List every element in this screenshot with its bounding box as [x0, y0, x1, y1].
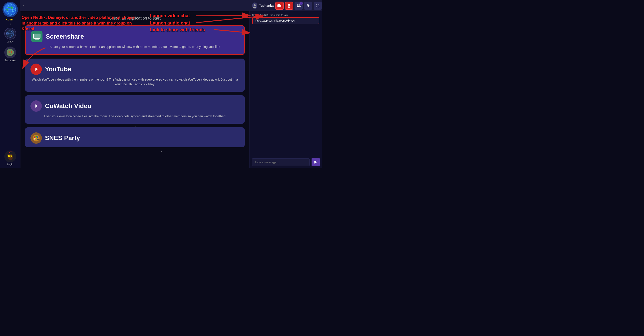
share-url-box[interactable]: https://app.kosmi.io/room/o1vkzc [252, 17, 319, 24]
sidebar-item-lobby[interactable]: Lobby [4, 28, 16, 43]
app-card-cowatch[interactable]: CoWatch Video Load your own local video … [25, 95, 245, 124]
svg-point-28 [297, 6, 299, 7]
screenshare-desc: Share your screen, a browser tab or an a… [31, 44, 238, 49]
login-avatar [4, 151, 16, 162]
svg-rect-23 [278, 4, 280, 7]
youtube-desc: Watch YouTube videos with the members of… [30, 77, 239, 87]
tuchanka-icon [4, 46, 16, 58]
svg-point-27 [297, 4, 298, 6]
main-content: Select an Application to start Screensha… [20, 11, 249, 168]
snes-header: SNES Party [30, 132, 239, 144]
app-card-screenshare[interactable]: Screenshare Share your screen, a browser… [25, 25, 245, 55]
youtube-title: YouTube [45, 66, 71, 73]
svg-point-30 [299, 6, 301, 7]
chat-input-area [250, 156, 322, 168]
app-card-snes[interactable]: SNES Party [25, 127, 245, 147]
svg-point-43 [36, 137, 37, 139]
logo-text: Kosmi [6, 18, 14, 21]
svg-point-19 [11, 156, 12, 156]
video-chat-button[interactable] [276, 1, 284, 10]
snes-title: SNES Party [45, 134, 80, 142]
sidebar-item-tuchanka-label: Tuchanka [5, 59, 16, 62]
settings-button[interactable] [304, 1, 312, 10]
screenshare-icon [31, 31, 42, 42]
lobby-icon [4, 28, 16, 39]
sidebar: Kosmi ‹ Lobby [0, 0, 20, 168]
svg-point-11 [6, 49, 14, 56]
svg-point-15 [8, 154, 13, 160]
right-panel-header: Tuchanka [250, 0, 322, 11]
svg-point-42 [37, 136, 38, 138]
chat-area [250, 26, 322, 156]
svg-rect-45 [34, 138, 35, 140]
username-label: Tuchanka [259, 4, 274, 7]
screenshare-header: Screenshare [31, 31, 238, 42]
login-label: Login [7, 163, 13, 166]
fullscreen-button[interactable] [314, 1, 322, 10]
svg-point-21 [254, 4, 256, 6]
svg-point-29 [299, 4, 300, 6]
user-avatar [252, 2, 257, 9]
svg-point-47 [38, 139, 39, 140]
screenshare-title: Screenshare [46, 33, 84, 40]
svg-marker-38 [36, 104, 38, 108]
svg-rect-33 [34, 34, 40, 38]
logo[interactable] [2, 2, 18, 17]
cowatch-desc: Load your own local video files into the… [30, 114, 239, 119]
select-app-title: Select an Application to start [25, 16, 245, 21]
audio-chat-button[interactable] [285, 1, 293, 10]
right-panel: Tuchanka [249, 0, 322, 168]
send-button[interactable] [312, 158, 320, 166]
sidebar-item-lobby-label: Lobby [7, 40, 14, 43]
sidebar-login[interactable]: Login [4, 151, 16, 166]
svg-point-40 [34, 136, 36, 138]
logo-globe [4, 3, 17, 16]
cowatch-header: CoWatch Video [30, 100, 239, 112]
svg-marker-37 [36, 68, 38, 71]
header-icons: 1 [276, 1, 322, 10]
cowatch-icon [30, 100, 42, 112]
share-url-section: Share this URL for others to join: https… [250, 11, 322, 26]
sidebar-item-tuchanka[interactable]: Tuchanka [4, 46, 16, 62]
share-url-label: Share this URL for others to join: [252, 14, 319, 16]
svg-point-46 [37, 139, 38, 140]
svg-rect-24 [288, 4, 290, 6]
snes-icon [30, 132, 42, 144]
youtube-header: YouTube [30, 63, 239, 75]
svg-point-18 [9, 156, 10, 156]
people-button[interactable]: 1 [294, 1, 303, 10]
youtube-icon [30, 63, 42, 75]
svg-point-13 [11, 51, 12, 53]
sidebar-chevron-up[interactable]: ‹ [10, 22, 11, 25]
svg-point-41 [36, 136, 37, 137]
app-card-youtube[interactable]: YouTube Watch YouTube videos with the me… [25, 58, 245, 92]
svg-point-12 [8, 51, 10, 53]
chat-input[interactable] [252, 158, 310, 166]
people-count: 1 [300, 1, 303, 5]
header-chevron-left[interactable]: ‹ [23, 3, 24, 8]
cowatch-title: CoWatch Video [45, 102, 91, 110]
